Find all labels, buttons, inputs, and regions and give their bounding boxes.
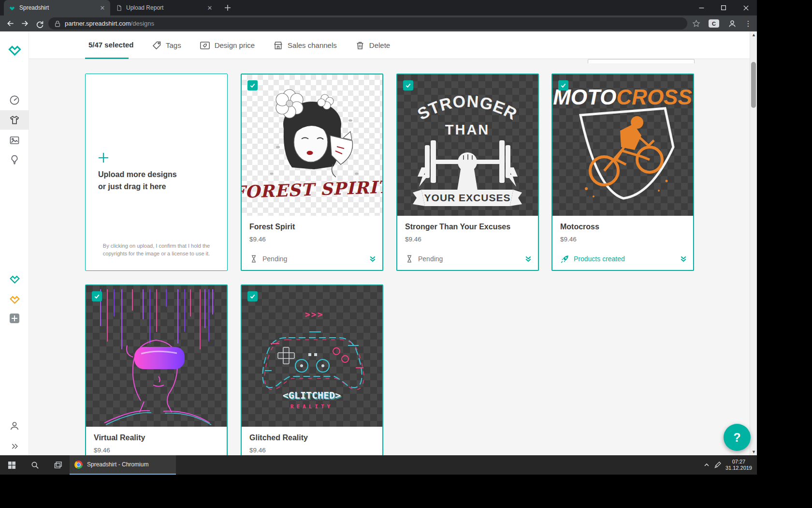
extension-badge[interactable]: C [708, 17, 720, 30]
forward-button[interactable] [18, 17, 31, 30]
reload-button[interactable] [33, 17, 46, 30]
storefront-icon [273, 41, 283, 50]
design-card-virtual-reality[interactable]: Virtual Reality $9.46 [85, 284, 228, 455]
design-thumbnail[interactable]: FOREST SPIRIT [242, 75, 382, 216]
selection-toolbar: 5/47 selected Tags Design price Sales ch… [29, 31, 750, 59]
design-card-forest-spirit[interactable]: FOREST SPIRIT Forest Spirit $9.46 Pendin… [241, 74, 383, 271]
pen-icon[interactable] [714, 461, 722, 469]
document-favicon [116, 5, 122, 11]
grid-plus-icon [9, 313, 20, 324]
profile-button[interactable] [726, 17, 739, 30]
window-maximize-button[interactable] [712, 0, 735, 15]
design-checkbox[interactable] [247, 291, 258, 301]
image-icon [9, 134, 20, 146]
sidebar-item-designs[interactable] [0, 110, 29, 130]
design-status-row: Pending [405, 254, 533, 264]
double-chevron-down-icon [368, 254, 377, 264]
virtual-reality-artwork [86, 285, 227, 427]
tab-upload-report[interactable]: Upload Report ✕ [111, 0, 218, 15]
tshirt-icon [9, 114, 20, 126]
extension-badge-letter: C [709, 19, 719, 28]
sidebar-item-dashboard[interactable] [0, 90, 29, 110]
expand-card-button[interactable] [679, 254, 688, 264]
design-thumbnail[interactable]: MOTOCROSS [552, 75, 693, 216]
url-bar[interactable]: partner.spreadshirt.com/designs [48, 17, 687, 30]
designs-grid: Upload more designs or just drag it here… [29, 59, 750, 455]
sidebar-logo[interactable] [0, 38, 29, 60]
sidebar-item-marketplace-teal[interactable] [0, 269, 29, 288]
design-thumbnail[interactable] [86, 285, 227, 427]
tab-close-icon[interactable]: ✕ [206, 4, 214, 12]
desktop: Spreadshirt ✕ Upload Report ✕ [0, 0, 757, 475]
sidebar-item-account[interactable] [0, 416, 29, 435]
page-scrollbar[interactable]: ▲ ▼ [750, 31, 757, 455]
design-checkbox[interactable] [403, 80, 413, 90]
sidebar-expand-button[interactable] [0, 436, 29, 455]
bookmark-star-button[interactable] [690, 17, 702, 30]
tags-button[interactable]: Tags [152, 41, 181, 50]
sidebar-item-add-channel[interactable] [0, 309, 29, 328]
scrollbar-down-arrow[interactable]: ▼ [750, 448, 757, 455]
taskbar-app-chromium[interactable]: Spreadshirt - Chromium [70, 455, 176, 475]
task-view-button[interactable] [46, 455, 70, 475]
upload-disclaimer-line2: copyrights for the image or a license to… [94, 250, 218, 258]
back-arrow-icon [6, 19, 15, 28]
tab-close-icon[interactable]: ✕ [99, 4, 106, 12]
design-thumbnail[interactable]: STRONGER THAN [397, 75, 538, 216]
design-price-label: Design price [215, 41, 255, 49]
design-card-stronger[interactable]: STRONGER THAN [396, 74, 539, 271]
window-close-button[interactable] [735, 0, 757, 15]
sales-channels-button[interactable]: Sales channels [273, 41, 337, 50]
tab-title: Upload Report [126, 4, 202, 11]
taskbar-clock[interactable]: 07:27 31.12.2019 [725, 459, 752, 471]
start-menu-button[interactable] [0, 455, 23, 475]
search-input-partial[interactable] [588, 59, 695, 63]
design-checkbox[interactable] [558, 80, 568, 90]
window-minimize-button[interactable] [690, 0, 712, 15]
tab-title: Spreadshirt [19, 4, 95, 11]
expand-card-button[interactable] [523, 254, 533, 264]
browser-menu-button[interactable]: ⋮ [742, 17, 754, 30]
stronger-art-text1: STRONGER [414, 92, 520, 123]
delete-button[interactable]: Delete [355, 41, 390, 50]
double-chevron-down-icon [523, 254, 533, 264]
taskbar-date: 31.12.2019 [725, 465, 752, 471]
checkmark-icon [94, 293, 100, 299]
taskbar: Spreadshirt - Chromium 07:27 31.12.2019 [0, 455, 757, 475]
design-price-button[interactable]: Design price [200, 41, 255, 50]
url-text: partner.spreadshirt.com/designs [65, 20, 154, 27]
hidden-icons-chevron-icon[interactable] [703, 462, 710, 468]
status-label: Pending [262, 255, 287, 263]
taskbar-tray: 07:27 31.12.2019 [703, 455, 757, 475]
scrollbar-up-arrow[interactable]: ▲ [750, 31, 757, 38]
trash-icon [355, 41, 365, 50]
scrollbar-thumb[interactable] [751, 62, 756, 108]
design-checkbox[interactable] [92, 291, 102, 301]
design-checkbox[interactable] [247, 80, 258, 90]
rocket-icon [560, 254, 569, 264]
new-tab-button[interactable] [221, 2, 234, 14]
back-button[interactable] [4, 17, 17, 30]
sidebar-item-products[interactable] [0, 131, 29, 150]
selection-count-label: 5/47 selected [88, 41, 133, 49]
glitch-arrows-text: >>> [305, 309, 324, 319]
star-icon [692, 19, 700, 28]
sidebar-item-shop-orange[interactable] [0, 289, 29, 308]
search-icon [31, 461, 39, 469]
design-title: Glitched Reality [249, 433, 375, 442]
tab-spreadshirt[interactable]: Spreadshirt ✕ [4, 0, 110, 15]
design-card-glitched-reality[interactable]: >>> <GLITCHED> [241, 284, 383, 455]
design-thumbnail[interactable]: >>> <GLITCHED> [242, 285, 382, 427]
start-icon [8, 461, 16, 469]
help-fab-button[interactable]: ? [724, 424, 751, 451]
design-card-motocross[interactable]: MOTOCROSS [551, 74, 694, 271]
moto-art-text2: CROSS [616, 85, 692, 109]
taskbar-search-button[interactable] [23, 455, 46, 475]
forest-spirit-art-text: FOREST SPIRIT [242, 177, 382, 202]
expand-card-button[interactable] [368, 254, 377, 264]
sidebar-item-ideas[interactable] [0, 150, 29, 169]
design-title: Stronger Than Your Excuses [405, 223, 530, 231]
lightbulb-icon [9, 154, 20, 165]
design-title: Motocross [560, 223, 685, 231]
upload-designs-card[interactable]: Upload more designs or just drag it here… [85, 74, 228, 271]
